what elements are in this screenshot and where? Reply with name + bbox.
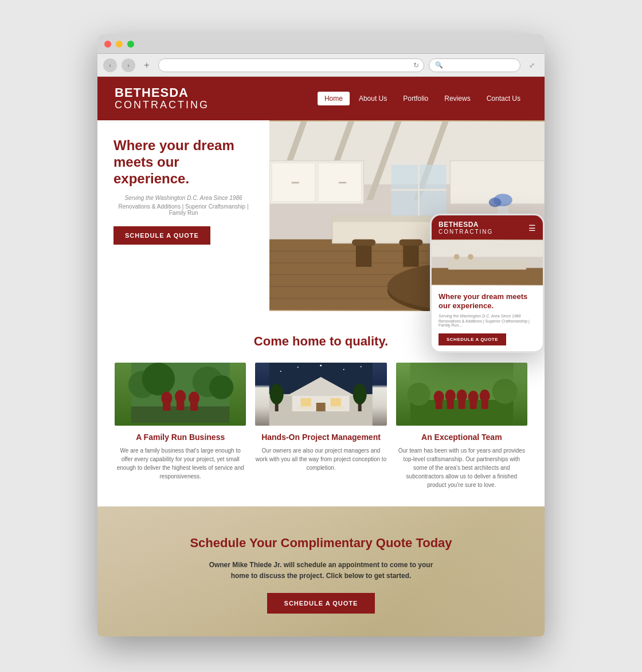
- nav-contact[interactable]: Contact Us: [480, 92, 527, 105]
- svg-point-49: [297, 367, 299, 368]
- svg-rect-77: [481, 398, 488, 409]
- logo-line1: BETHESDA: [115, 85, 189, 100]
- reload-icon[interactable]: ↻: [413, 61, 419, 69]
- mobile-logo: BETHESDA CONTRACTING: [439, 221, 493, 235]
- feature-family: A Family Run Business We are a family bu…: [115, 363, 246, 489]
- browser-toolbar: ‹ › + ↻ 🔍 ⤢: [97, 54, 545, 77]
- nav-home[interactable]: Home: [318, 92, 350, 105]
- mobile-logo-line1: BETHESDA: [439, 221, 479, 229]
- maximize-button[interactable]: [127, 41, 134, 48]
- mobile-logo-line2: CONTRACTING: [439, 229, 493, 235]
- mobile-hero-text: Where your dream meets our experience. S…: [432, 285, 543, 351]
- feature-desc-team: Our team has been with us for years and …: [396, 446, 527, 489]
- feature-title-team: An Exceptional Team: [396, 433, 527, 442]
- svg-point-67: [492, 379, 517, 404]
- svg-point-59: [270, 384, 284, 404]
- svg-rect-71: [447, 398, 453, 409]
- svg-point-52: [361, 366, 362, 367]
- svg-point-28: [489, 198, 502, 207]
- forward-button[interactable]: ›: [122, 58, 135, 72]
- svg-rect-41: [163, 400, 170, 411]
- browser-window: ‹ › + ↻ 🔍 ⤢ BETHESDA CONTRACTING Home Ab…: [97, 34, 545, 636]
- cta-button[interactable]: SCHEDULE A QUOTE: [267, 593, 375, 614]
- feature-management: Hands-On Project Management Our owners a…: [255, 363, 386, 489]
- main-nav: Home About Us Portfolio Reviews Contact …: [318, 92, 527, 105]
- mobile-mockup: BETHESDA CONTRACTING ☰: [430, 214, 545, 352]
- svg-point-66: [407, 383, 430, 406]
- feature-title-family: A Family Run Business: [115, 433, 246, 442]
- feature-image-family: [115, 363, 246, 426]
- url-bar[interactable]: ↻: [158, 58, 424, 72]
- svg-point-38: [209, 375, 233, 399]
- site-logo: BETHESDA CONTRACTING: [115, 86, 209, 111]
- titlebar: [97, 34, 545, 54]
- svg-rect-79: [432, 241, 543, 257]
- mobile-cta-button[interactable]: SCHEDULE A QUOTE: [439, 333, 506, 345]
- svg-rect-9: [291, 182, 299, 184]
- svg-point-63: [327, 405, 345, 410]
- minimize-button[interactable]: [116, 41, 123, 48]
- hero-cta-button[interactable]: SCHEDULE A QUOTE: [113, 226, 210, 245]
- feature-image-team: [396, 363, 527, 426]
- svg-rect-55: [301, 398, 311, 406]
- search-bar[interactable]: 🔍: [429, 58, 520, 72]
- logo-line2: CONTRACTING: [115, 100, 209, 111]
- hero-subtext1: Serving the Washington D.C. Area Since 1…: [113, 195, 253, 201]
- cta-content: Schedule Your Complimentary Quote Today …: [115, 535, 527, 614]
- svg-rect-10: [339, 182, 347, 184]
- svg-point-61: [353, 384, 367, 404]
- svg-point-36: [142, 363, 175, 395]
- feature-desc-management: Our owners are also our project managers…: [255, 446, 386, 472]
- feature-team: An Exceptional Team Our team has been wi…: [396, 363, 527, 489]
- mobile-headline: Where your dream meets our experience.: [439, 292, 536, 310]
- features-section: Come home to quality.: [97, 311, 545, 506]
- svg-rect-69: [435, 399, 442, 409]
- svg-rect-80: [432, 268, 543, 285]
- mobile-menu-icon[interactable]: ☰: [529, 223, 536, 233]
- svg-rect-43: [177, 398, 184, 410]
- svg-point-48: [280, 371, 281, 372]
- nav-reviews[interactable]: Reviews: [437, 92, 477, 105]
- back-button[interactable]: ‹: [103, 58, 117, 72]
- mobile-subtext1: Serving the Washington D.C. Area Since 1…: [439, 314, 536, 318]
- svg-rect-75: [469, 399, 476, 409]
- site-header: BETHESDA CONTRACTING Home About Us Portf…: [97, 77, 545, 120]
- svg-rect-82: [454, 254, 460, 260]
- features-grid: A Family Run Business We are a family bu…: [115, 363, 527, 489]
- fullscreen-button[interactable]: ⤢: [525, 58, 539, 72]
- hero-subtext2: Renovations & Additions | Superior Craft…: [113, 203, 253, 216]
- nav-about[interactable]: About Us: [352, 92, 394, 105]
- svg-rect-20: [356, 243, 371, 267]
- svg-rect-23: [399, 239, 422, 246]
- svg-rect-83: [468, 254, 473, 260]
- svg-rect-21: [352, 239, 375, 246]
- mobile-subtext2: Renovations & Additions | Superior Craft…: [439, 319, 536, 327]
- svg-point-51: [343, 369, 345, 370]
- svg-rect-45: [190, 400, 198, 411]
- svg-rect-73: [458, 398, 465, 409]
- svg-point-50: [320, 365, 322, 367]
- feature-title-management: Hands-On Project Management: [255, 433, 386, 442]
- mobile-hero-image: [432, 239, 543, 285]
- cta-description: Owner Mike Thiede Jr. will schedule an a…: [206, 560, 436, 581]
- new-tab-button[interactable]: +: [140, 58, 154, 72]
- search-icon: 🔍: [435, 61, 443, 69]
- svg-point-62: [297, 405, 315, 410]
- feature-desc-family: We are a family business that's large en…: [115, 446, 246, 481]
- hero-headline: Where your dream meets our experience.: [113, 137, 253, 187]
- hero-text-card: Where your dream meets our experience. S…: [97, 120, 269, 311]
- svg-rect-22: [403, 243, 418, 267]
- svg-rect-81: [448, 260, 526, 269]
- svg-rect-56: [331, 398, 341, 406]
- site-content: BETHESDA CONTRACTING Home About Us Portf…: [97, 77, 545, 636]
- nav-portfolio[interactable]: Portfolio: [396, 92, 435, 105]
- feature-image-house: [255, 363, 386, 426]
- close-button[interactable]: [104, 41, 111, 48]
- svg-rect-57: [316, 403, 326, 411]
- mobile-header: BETHESDA CONTRACTING ☰: [432, 215, 543, 239]
- cta-title: Schedule Your Complimentary Quote Today: [115, 535, 527, 552]
- cta-section: Schedule Your Complimentary Quote Today …: [97, 506, 545, 636]
